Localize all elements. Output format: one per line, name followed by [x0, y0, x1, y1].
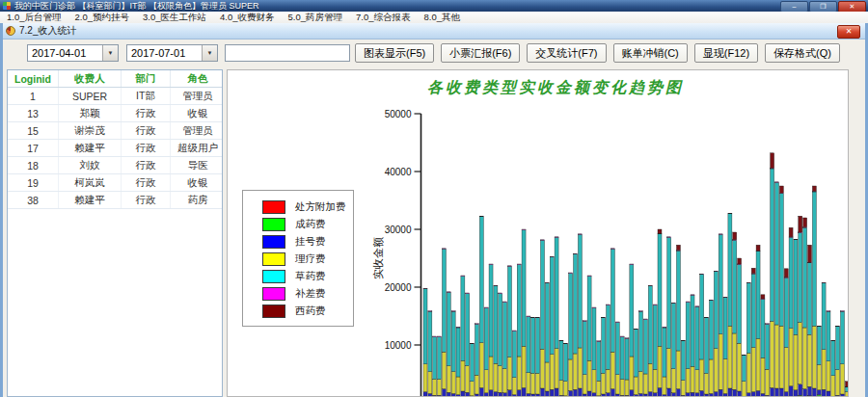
bar-segment: [827, 311, 830, 312]
bar-segment: [751, 347, 755, 391]
receipt-report-button[interactable]: 小票汇报(F6): [441, 43, 520, 63]
child-close-icon[interactable]: ✕: [837, 25, 860, 39]
legend-item: 补差费: [243, 285, 353, 303]
bar-segment: [587, 360, 591, 391]
save-format-button[interactable]: 保存格式(Q): [765, 43, 840, 63]
menu-item-7[interactable]: 8.0_其他: [418, 12, 468, 23]
bar-segment: [555, 237, 558, 238]
bill-reversal-button[interactable]: 账单冲销(C): [613, 43, 688, 63]
chart-panel: 各收费类型实收金额变化趋势图 处方附加费成药费挂号费理疗费草药费补差费西药费 1…: [227, 69, 849, 397]
bar-segment: [507, 266, 511, 267]
table-row[interactable]: 18刘妏行政导医: [8, 157, 223, 174]
cross-stats-button[interactable]: 交叉统计(F7): [527, 43, 606, 63]
dropdown-arrow-icon[interactable]: ▼: [202, 45, 217, 61]
bar-segment: [845, 382, 849, 386]
dropdown-arrow-icon[interactable]: ▼: [102, 45, 118, 61]
bar-segment: [433, 337, 437, 380]
bar-segment: [761, 300, 765, 358]
table-header-row: Loginid收费人部门角色: [8, 70, 223, 88]
legend-label: 草药费: [295, 270, 326, 283]
bar-segment: [667, 349, 671, 388]
bar-segment: [779, 326, 783, 388]
bar-segment: [517, 264, 521, 265]
bar-segment: [489, 357, 493, 390]
bar-segment: [522, 387, 526, 397]
y-tick-label: 10000: [385, 340, 412, 351]
bar-segment: [663, 328, 666, 377]
menu-item-6[interactable]: 7.0_综合报表: [349, 12, 418, 23]
bar-segment: [569, 274, 573, 359]
bar-segment: [700, 275, 704, 359]
bar-segment: [709, 301, 713, 359]
table-row[interactable]: 15谢崇茂行政管理员: [8, 122, 223, 140]
bar-segment: [451, 311, 455, 312]
bar-segment: [503, 302, 507, 303]
bar-segment: [541, 240, 545, 349]
bar-segment: [615, 323, 619, 375]
bar-segment: [607, 305, 610, 370]
cell: 行政: [122, 192, 171, 209]
bar-segment: [658, 234, 662, 346]
bar-segment: [676, 389, 680, 397]
bar-segment: [531, 317, 535, 318]
bar-segment: [559, 340, 563, 341]
bar-segment: [667, 237, 671, 348]
cell: 导医: [171, 157, 224, 174]
bar-segment: [653, 393, 657, 397]
bar-segment: [503, 303, 507, 369]
filter-input[interactable]: [225, 44, 350, 62]
bar-segment: [550, 355, 554, 390]
bar-segment: [550, 389, 554, 397]
bar-segment: [447, 292, 450, 293]
bar-segment: [808, 334, 812, 386]
menu-item-5[interactable]: 5.0_药房管理: [282, 12, 350, 23]
bar-segment: [503, 369, 507, 393]
bar-segment: [499, 392, 502, 397]
bar-segment: [822, 282, 826, 283]
table-row[interactable]: 38赖建平行政药房: [8, 192, 223, 209]
bar-segment: [728, 213, 732, 214]
bar-segment: [433, 336, 437, 337]
bar-segment: [423, 288, 427, 289]
bar-segment: [578, 234, 582, 235]
chart-display-button[interactable]: 图表显示(F5): [355, 43, 434, 63]
bar-segment: [751, 268, 755, 273]
bar-segment: [607, 369, 610, 393]
legend-item: 成药费: [243, 216, 353, 233]
menu-item-2[interactable]: 2.0_预约挂号: [68, 12, 137, 23]
bar-segment: [607, 304, 610, 305]
bar-segment: [517, 265, 521, 357]
legend-label: 理疗费: [295, 252, 326, 266]
bar-segment: [705, 317, 709, 318]
menu-item-4[interactable]: 4.0_收费财务: [213, 12, 282, 23]
menu-item-3[interactable]: 3.0_医生工作站: [136, 12, 213, 23]
bar-segment: [822, 283, 826, 350]
toolbar: 2017-04-01 ▼ 2017-07-01 ▼ 图表显示(F5)小票汇报(F…: [3, 39, 865, 70]
y-tick-label: 40000: [385, 167, 412, 177]
table-row[interactable]: 13郑颖行政收银: [8, 105, 223, 122]
display-button[interactable]: 显现(F12): [694, 43, 758, 63]
date-from-picker[interactable]: 2017-04-01 ▼: [27, 44, 119, 62]
bar-segment: [550, 256, 554, 257]
bar-segment: [494, 392, 498, 397]
bar-segment: [746, 283, 750, 354]
chart-title: 各收费类型实收金额变化趋势图: [285, 78, 826, 98]
table-row[interactable]: 17赖建平行政超级用户: [8, 140, 223, 157]
table-row[interactable]: 1SUPERIT部管理员: [8, 88, 223, 105]
table-row[interactable]: 19柯岚岚行政收银: [8, 174, 223, 192]
date-to-picker[interactable]: 2017-07-01 ▼: [126, 44, 218, 62]
bar-segment: [527, 317, 530, 373]
bar-segment: [578, 234, 582, 348]
bar-segment: [653, 305, 657, 370]
bar-segment: [592, 307, 596, 308]
bar-segment: [438, 336, 442, 337]
bar-segment: [751, 274, 755, 347]
bar-segment: [597, 341, 601, 381]
bar-segment: [766, 369, 770, 395]
bar-segment: [428, 393, 432, 397]
legend-item: 草药费: [243, 268, 353, 285]
bar-segment: [559, 381, 563, 396]
menu-item-1[interactable]: 1.0_后台管理: [0, 12, 68, 23]
bar-segment: [705, 373, 709, 394]
bar-segment: [484, 393, 488, 397]
